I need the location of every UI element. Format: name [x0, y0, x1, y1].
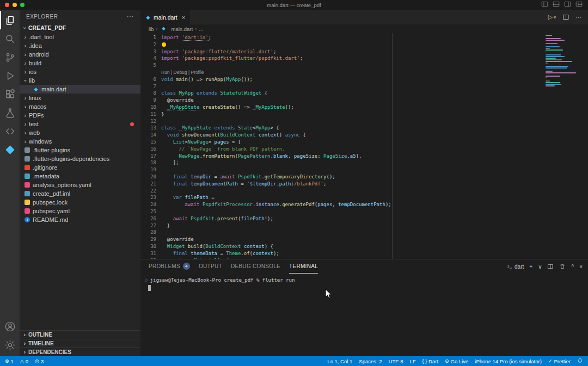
- code-token[interactable]: PagePattern: [238, 153, 271, 159]
- code-token[interactable]: [161, 244, 167, 249]
- sidebar-section-outline[interactable]: ›OUTLINE: [20, 330, 140, 339]
- code-line[interactable]: 9 @override: [140, 97, 588, 104]
- code-token[interactable]: StatefulWidget: [220, 90, 261, 96]
- line-number[interactable]: 28: [140, 229, 161, 236]
- code-token[interactable]: }: [161, 111, 164, 117]
- code-token[interactable]: var: [173, 195, 182, 200]
- code-token[interactable]: =: [209, 195, 215, 200]
- code-token[interactable]: {: [300, 132, 306, 138]
- code-token[interactable]: _MyAppState: [253, 104, 285, 110]
- terminal[interactable]: ○ jigsaw@Tejas-MacBook-Pro create_pdf % …: [140, 274, 588, 356]
- run-menu-icon[interactable]: ▷∨: [548, 14, 556, 21]
- explorer-icon[interactable]: [0, 11, 20, 29]
- code-token[interactable]: async: [285, 132, 300, 138]
- code-token[interactable]: _MyAppState: [167, 104, 200, 110]
- toggle-panel-icon[interactable]: [553, 0, 560, 10]
- extensions-icon[interactable]: [0, 85, 20, 103]
- code-line[interactable]: 20 final tempDir = await Pspdfkit.getTem…: [140, 173, 588, 181]
- code-token[interactable]: runApp: [205, 77, 223, 82]
- code-token[interactable]: /blankPdf': [294, 181, 323, 187]
- account-icon[interactable]: [0, 317, 20, 336]
- dart-flutter-icon[interactable]: [0, 140, 20, 159]
- tab-main-dart[interactable]: ◆ main.dart ×: [140, 10, 190, 24]
- line-number[interactable]: 14: [140, 132, 161, 139]
- toggle-secondary-sidebar-icon[interactable]: [564, 0, 571, 10]
- code-token[interactable]: :: [317, 153, 323, 159]
- code-token[interactable]: ,: [288, 153, 294, 159]
- code-token[interactable]: MaterialApp: [194, 258, 226, 259]
- minimize-window-button[interactable]: [13, 3, 17, 7]
- panel-tab-debug-console[interactable]: DEBUG CONSOLE: [231, 259, 280, 274]
- code-token[interactable]: present: [217, 216, 238, 221]
- line-number[interactable]: 15: [140, 139, 161, 146]
- code-token[interactable]: themeData: [191, 251, 217, 256]
- line-number[interactable]: 16: [140, 146, 161, 153]
- code-token[interactable]: BuildContext: [220, 132, 255, 138]
- code-token[interactable]: [161, 195, 173, 200]
- code-line[interactable]: 26 await Pspdfkit.present(filePath!);: [140, 215, 588, 222]
- code-token[interactable]: Pspdfkit: [191, 216, 214, 221]
- code-token[interactable]: [161, 174, 173, 179]
- code-token[interactable]: Theme: [226, 251, 241, 256]
- tree-item-linux[interactable]: ›linux: [20, 94, 140, 102]
- close-window-button[interactable]: [5, 3, 9, 7]
- code-token[interactable]: import: [161, 55, 179, 61]
- code-token[interactable]: =: [211, 174, 220, 179]
- close-panel-icon[interactable]: ×: [579, 264, 583, 270]
- encoding[interactable]: UTF-8: [389, 358, 403, 364]
- code-token[interactable]: showDocument: [182, 132, 217, 138]
- tree-item-pubspec-lock[interactable]: pubspec.lock: [20, 198, 140, 207]
- code-token[interactable]: pages: [215, 139, 229, 145]
- source-control-icon[interactable]: [0, 48, 20, 66]
- line-number[interactable]: 17: [140, 153, 161, 160]
- code-line[interactable]: 24 await PspdfkitProcessor.instance.gene…: [140, 201, 588, 208]
- code-token[interactable]: List: [173, 139, 185, 145]
- code-token[interactable]: 'package:pspdfkit_flutter/pspdfkit.dart': [182, 55, 300, 61]
- code-token[interactable]: return: [173, 258, 191, 259]
- command-decoration-icon[interactable]: ○: [145, 277, 148, 282]
- code-line[interactable]: 25: [140, 208, 588, 215]
- minimap[interactable]: [546, 35, 579, 87]
- code-token[interactable]: ;: [323, 181, 326, 187]
- code-token[interactable]: > {: [271, 125, 279, 131]
- code-token[interactable]: = [: [229, 139, 241, 145]
- code-line[interactable]: 13class _MyAppState extends State<MyApp>…: [140, 125, 588, 132]
- breadcrumb-item[interactable]: lib: [149, 26, 154, 32]
- tree-item-ios[interactable]: ›ios: [20, 67, 140, 76]
- code-line[interactable]: 28: [140, 229, 588, 236]
- code-token[interactable]: ();: [285, 104, 294, 110]
- tree-item-pdfs[interactable]: ›PDFs: [20, 111, 140, 120]
- code-line[interactable]: 12: [140, 118, 588, 125]
- code-token[interactable]: instance: [255, 202, 279, 207]
- tree-item-pubspec-yaml[interactable]: pubspec.yaml: [20, 207, 140, 215]
- line-number[interactable]: 27: [140, 222, 161, 229]
- line-number[interactable]: 7: [140, 83, 161, 90]
- code-line[interactable]: 23 var filePath =: [140, 194, 588, 201]
- code-token[interactable]: 'dart:io': [182, 35, 209, 41]
- code-token[interactable]: ),: [356, 153, 362, 159]
- code-token[interactable]: @override: [161, 237, 194, 242]
- code-token[interactable]: ());: [241, 77, 253, 82]
- code-token[interactable]: of: [244, 251, 250, 256]
- code-line[interactable]: 6void main() => runApp(MyApp());: [140, 76, 588, 83]
- code-token[interactable]: // `NewPage` from blank PDF pattern.: [161, 146, 285, 152]
- code-token[interactable]: );: [273, 251, 279, 256]
- code-token[interactable]: tempDir: [255, 181, 276, 187]
- code-line[interactable]: 4import 'package:pspdfkit_flutter/pspdfk…: [140, 55, 588, 62]
- code-editor[interactable]: 1import 'dart:io';23import 'package:flut…: [140, 33, 588, 259]
- code-line[interactable]: 14 void showDocument(BuildContext contex…: [140, 132, 588, 139]
- code-token[interactable]: }: [161, 223, 170, 228]
- code-token[interactable]: State: [238, 125, 253, 131]
- code-token[interactable]: class: [161, 90, 176, 96]
- language-mode[interactable]: { }Dart: [422, 358, 438, 364]
- code-token[interactable]: @override: [161, 97, 194, 103]
- code-token[interactable]: ,: [332, 202, 338, 207]
- code-token[interactable]: NewPage: [179, 153, 200, 159]
- code-token[interactable]: [161, 104, 167, 110]
- code-line[interactable]: 27 }: [140, 222, 588, 229]
- sidebar-section-timeline[interactable]: ›TIMELINE: [20, 339, 140, 348]
- code-token[interactable]: context: [244, 244, 265, 249]
- line-number[interactable]: 4: [140, 55, 161, 62]
- code-token[interactable]: NewPage: [188, 139, 209, 145]
- error-count[interactable]: ⊗1: [5, 358, 14, 364]
